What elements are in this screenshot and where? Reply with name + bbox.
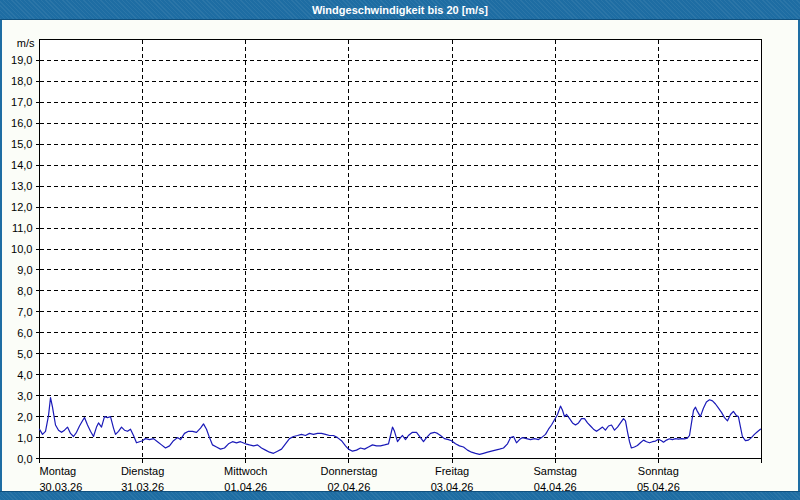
y-axis-tick-label: 6,0 xyxy=(17,327,32,339)
y-axis-tick-label: 1,0 xyxy=(17,432,32,444)
window-title: Windgeschwindigkeit bis 20 [m/s] xyxy=(312,4,488,16)
y-axis-tick-label: 11,0 xyxy=(12,222,33,234)
y-axis-tick-label: 15,0 xyxy=(11,138,32,150)
y-axis-tick-label: 7,0 xyxy=(17,306,32,318)
y-axis-tick-label: 14,0 xyxy=(11,159,32,171)
wind-chart-window: 0,01,02,03,04,05,06,07,08,09,010,011,012… xyxy=(0,0,800,500)
y-axis-tick-label: 17,0 xyxy=(11,96,32,108)
x-axis-day-label: Montag xyxy=(40,465,77,477)
y-axis-tick-label: 4,0 xyxy=(17,369,32,381)
x-axis-day-label: Sonntag xyxy=(638,465,679,477)
x-axis-day-label: Freitag xyxy=(435,465,469,477)
y-axis-tick-label: 12,0 xyxy=(11,201,32,213)
y-axis-unit-label: m/s xyxy=(17,37,35,49)
y-axis-tick-label: 0,0 xyxy=(17,453,32,465)
x-axis-day-label: Dienstag xyxy=(121,465,164,477)
y-axis-tick-label: 8,0 xyxy=(17,285,32,297)
y-axis-tick-label: 9,0 xyxy=(17,264,32,276)
y-axis-tick-label: 13,0 xyxy=(11,180,32,192)
y-axis-tick-label: 19,0 xyxy=(11,54,32,66)
frame-border-bottom xyxy=(0,491,800,500)
title-bar: Windgeschwindigkeit bis 20 [m/s] xyxy=(0,0,800,20)
frame-border-left xyxy=(0,20,2,491)
x-axis-day-label: Mittwoch xyxy=(224,465,267,477)
y-axis-tick-label: 2,0 xyxy=(17,411,32,423)
x-axis-day-label: Samstag xyxy=(534,465,577,477)
wind-chart: 0,01,02,03,04,05,06,07,08,09,010,011,012… xyxy=(0,0,800,500)
y-axis-tick-label: 10,0 xyxy=(11,243,32,255)
y-axis-tick-label: 16,0 xyxy=(11,117,32,129)
y-axis-tick-label: 18,0 xyxy=(11,75,32,87)
x-axis-day-label: Donnerstag xyxy=(320,465,377,477)
y-axis-tick-label: 5,0 xyxy=(17,348,32,360)
y-axis-tick-label: 3,0 xyxy=(17,390,32,402)
